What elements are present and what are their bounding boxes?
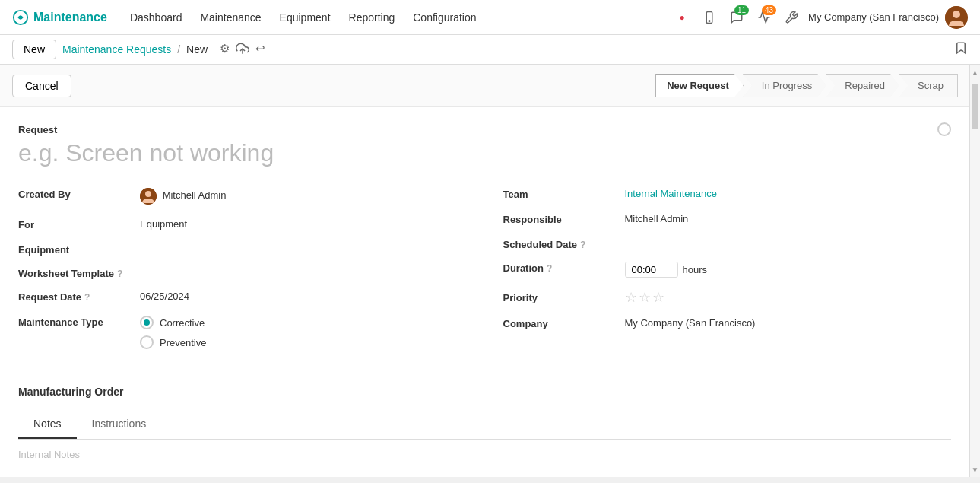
maintenance-type-row: Maintenance Type Corrective Preventive	[18, 313, 476, 351]
star-1[interactable]: ☆	[625, 289, 637, 306]
nav-links: Dashboard Maintenance Equipment Reportin…	[122, 7, 671, 28]
breadcrumb-parent-link[interactable]: Maintenance Requests	[62, 43, 171, 56]
equipment-value[interactable]	[140, 241, 476, 246]
duration-label: Duration ?	[503, 259, 625, 274]
worksheet-row: Worksheet Template ?	[18, 265, 476, 279]
activity-badge: 43	[762, 5, 776, 15]
scheduled-date-label: Scheduled Date ?	[503, 236, 625, 250]
chat-icon[interactable]: 11	[726, 7, 747, 28]
request-date-label: Request Date ?	[18, 288, 140, 303]
scheduled-date-row: Scheduled Date ?	[503, 236, 943, 250]
bookmark-icon[interactable]	[954, 41, 968, 58]
breadcrumb-current: New	[186, 43, 208, 56]
action-bar: Cancel New Request In Progress Repaired …	[0, 65, 969, 107]
scroll-up-button[interactable]: ▲	[970, 65, 980, 80]
priority-label: Priority	[503, 289, 625, 303]
company-name: My Company (San Francisco)	[808, 11, 939, 23]
main-area: Cancel New Request In Progress Repaired …	[0, 65, 980, 477]
pipeline-step-new-request[interactable]: New Request	[655, 74, 744, 97]
team-row: Team Internal Maintenance	[503, 186, 943, 202]
created-by-avatar	[140, 188, 157, 205]
phone-icon[interactable]	[699, 7, 720, 28]
duration-input[interactable]	[625, 262, 678, 278]
nav-maintenance[interactable]: Maintenance	[192, 7, 268, 28]
company-row: Company My Company (San Francisco)	[503, 315, 943, 331]
tabs: Notes Instructions	[18, 410, 951, 440]
nav-configuration[interactable]: Configuration	[405, 7, 484, 28]
company-label: Company	[503, 315, 625, 329]
scheduled-date-help-icon[interactable]: ?	[580, 240, 585, 250]
priority-stars[interactable]: ☆ ☆ ☆	[625, 289, 664, 306]
breadcrumb-separator: /	[177, 43, 180, 56]
form-radio-circle[interactable]	[937, 122, 951, 136]
form-area: Request e.g. Screen not working Created …	[0, 107, 969, 477]
request-name-input[interactable]: e.g. Screen not working	[18, 139, 951, 167]
form-grid: Created By Mitchell Admin	[18, 186, 951, 361]
user-avatar[interactable]	[945, 6, 968, 29]
duration-row: Duration ? hours	[503, 259, 943, 280]
created-by-value[interactable]: Mitchell Admin	[140, 186, 476, 207]
cancel-button[interactable]: Cancel	[12, 75, 71, 97]
pipeline-step-repaired[interactable]: Repaired	[826, 74, 899, 97]
tools-icon[interactable]	[781, 7, 802, 28]
responsible-value[interactable]: Mitchell Admin	[625, 211, 943, 227]
content-panel: Cancel New Request In Progress Repaired …	[0, 65, 969, 477]
worksheet-help-icon[interactable]: ?	[117, 269, 122, 279]
responsible-label: Responsible	[503, 211, 625, 225]
breadcrumb-actions: ⚙ ↩	[220, 42, 265, 58]
company-value[interactable]: My Company (San Francisco)	[625, 315, 943, 331]
form-right-column: Team Internal Maintenance Responsible Mi…	[485, 186, 952, 361]
new-button[interactable]: New	[12, 40, 56, 59]
nav-equipment[interactable]: Equipment	[272, 7, 338, 28]
created-by-row: Created By Mitchell Admin	[18, 186, 476, 207]
worksheet-value[interactable]	[140, 265, 476, 269]
tab-instructions[interactable]: Instructions	[77, 410, 162, 439]
preventive-radio[interactable]	[140, 335, 154, 349]
preventive-option[interactable]: Preventive	[140, 335, 476, 349]
status-dot-icon[interactable]: ●	[671, 7, 693, 28]
svg-point-4	[953, 11, 960, 18]
cloud-save-icon[interactable]	[236, 42, 249, 58]
equipment-row: Equipment	[18, 241, 476, 256]
duration-value: hours	[625, 259, 943, 280]
scroll-down-button[interactable]: ▼	[970, 462, 980, 477]
corrective-label: Corrective	[160, 317, 205, 329]
scheduled-date-value[interactable]	[625, 236, 943, 240]
priority-row: Priority ☆ ☆ ☆	[503, 289, 943, 306]
pipeline-step-scrap[interactable]: Scrap	[899, 74, 958, 97]
for-label: For	[18, 216, 140, 230]
tab-notes[interactable]: Notes	[18, 410, 77, 439]
request-date-help-icon[interactable]: ?	[84, 292, 90, 303]
notes-area: Internal Notes	[18, 440, 951, 469]
scroll-thumb[interactable]	[972, 84, 978, 129]
star-3[interactable]: ☆	[652, 289, 664, 306]
maintenance-type-options: Corrective Preventive	[140, 313, 476, 351]
svg-point-7	[145, 191, 151, 197]
status-pipeline: New Request In Progress Repaired Scrap	[655, 74, 957, 97]
nav-dashboard[interactable]: Dashboard	[122, 7, 190, 28]
manufacturing-order-title: Manufacturing Order	[18, 386, 951, 398]
request-date-row: Request Date ? 06/25/2024	[18, 288, 476, 304]
team-value[interactable]: Internal Maintenance	[625, 186, 943, 202]
pipeline-step-in-progress[interactable]: In Progress	[743, 74, 826, 97]
settings-icon[interactable]: ⚙	[220, 42, 230, 58]
corrective-radio[interactable]	[140, 316, 154, 329]
nav-reporting[interactable]: Reporting	[341, 7, 403, 28]
top-navigation: Maintenance Dashboard Maintenance Equipm…	[0, 0, 980, 35]
request-date-value[interactable]: 06/25/2024	[140, 288, 476, 304]
responsible-row: Responsible Mitchell Admin	[503, 211, 943, 227]
scroll-track[interactable]	[970, 80, 980, 462]
star-2[interactable]: ☆	[639, 289, 651, 306]
corrective-option[interactable]: Corrective	[140, 316, 476, 329]
form-left-column: Created By Mitchell Admin	[18, 186, 485, 361]
app-logo[interactable]: Maintenance	[12, 9, 107, 26]
for-value[interactable]: Equipment	[140, 216, 476, 232]
team-label: Team	[503, 186, 625, 200]
undo-icon[interactable]: ↩	[255, 42, 265, 58]
scrollbar[interactable]: ▲ ▼	[969, 65, 980, 477]
for-row: For Equipment	[18, 216, 476, 232]
duration-help-icon[interactable]: ?	[547, 263, 552, 274]
worksheet-label: Worksheet Template ?	[18, 265, 140, 279]
activity-icon[interactable]: 43	[753, 7, 775, 28]
form-section-title: Request	[18, 124, 57, 135]
